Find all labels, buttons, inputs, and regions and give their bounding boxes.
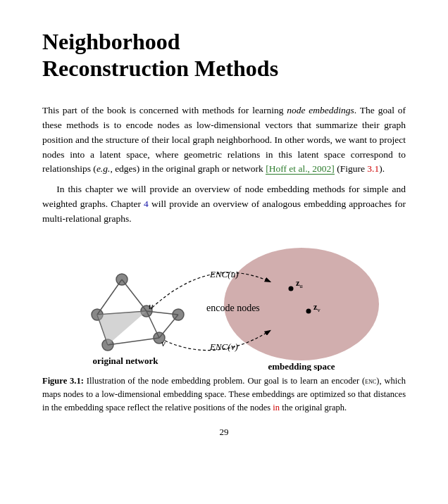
- figure-label: Figure 3.1:: [42, 376, 84, 386]
- page-number: 29: [42, 427, 406, 438]
- chapter4-link[interactable]: 4: [144, 199, 149, 209]
- figure-container: u v ENC(u) ENC(v): [42, 241, 406, 414]
- enc-v-label: ENC(v): [209, 341, 238, 352]
- chapter-title: Neighborhood Reconstruction Methods: [42, 28, 406, 82]
- title-line2: Reconstruction Methods: [42, 56, 278, 81]
- hoff-citation[interactable]: [Hoff et al., 2002]: [266, 163, 335, 175]
- zu-dot: [289, 286, 294, 291]
- title-line1: Neighborhood: [42, 29, 180, 54]
- chapter-word: Chapter: [111, 199, 141, 209]
- original-network-label: original network: [93, 355, 159, 366]
- edge-v-right: [159, 315, 178, 338]
- in-text-red: in: [273, 403, 280, 412]
- figure-caption: Figure 3.1: Illustration of the node emb…: [42, 374, 406, 414]
- page: Neighborhood Reconstruction Methods This…: [0, 0, 448, 504]
- fig-ref[interactable]: 3.1: [367, 163, 379, 174]
- paragraph-2: In this chapter we will provide an overv…: [42, 182, 406, 227]
- enc-u-label: ENC(u): [209, 269, 238, 279]
- v-label: v: [161, 338, 166, 348]
- edge-top-u: [122, 279, 147, 311]
- edge-top-left: [97, 279, 122, 315]
- enc-smallcaps: enc: [365, 377, 376, 385]
- where-text: where: [155, 149, 178, 160]
- edge-u-v: [147, 311, 159, 338]
- u-label: u: [149, 301, 154, 311]
- embedding-space-label: embedding space: [268, 361, 335, 371]
- italic-term: node embeddings: [287, 105, 354, 115]
- figure-diagram: u v ENC(u) ENC(v): [55, 241, 393, 367]
- encode-nodes-label: encode nodes: [206, 303, 260, 313]
- edge-bottomleft-v: [108, 338, 159, 345]
- zv-dot: [306, 309, 311, 314]
- body-text: This part of the book is concerned with …: [42, 103, 406, 227]
- eg-text: e.g.: [97, 163, 111, 174]
- figure-svg: u v ENC(u) ENC(v): [55, 241, 393, 371]
- paragraph-1: This part of the book is concerned with …: [42, 103, 406, 177]
